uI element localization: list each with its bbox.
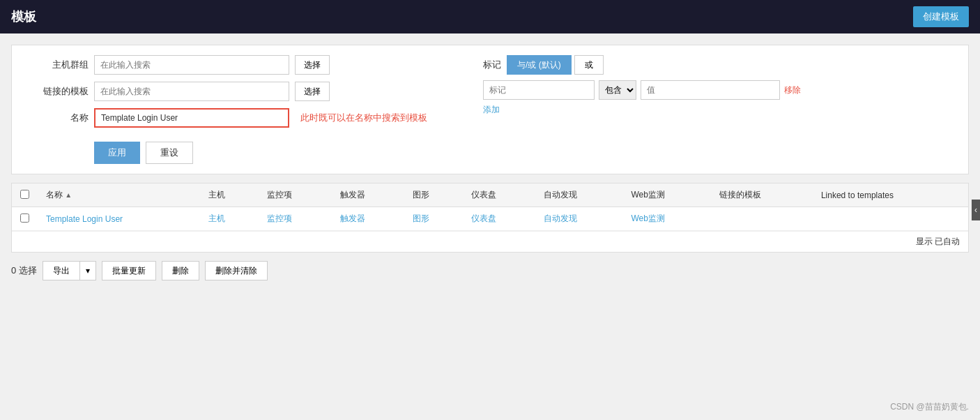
table-header-trigger: 触发器 bbox=[332, 183, 404, 207]
table-header-linked-to: Linked to templates bbox=[813, 183, 968, 207]
row-web-cell: Web监测 bbox=[622, 207, 710, 231]
delete-clear-button[interactable]: 删除并清除 bbox=[205, 261, 268, 280]
linked-template-input[interactable] bbox=[94, 82, 289, 101]
template-name-link[interactable]: Template Login User bbox=[46, 214, 123, 224]
table-header-monitoring: 监控项 bbox=[259, 183, 331, 207]
table-header-checkbox bbox=[12, 183, 38, 207]
select-all-checkbox[interactable] bbox=[20, 190, 29, 199]
action-row: 应用 重设 bbox=[94, 142, 954, 164]
host-group-select-button[interactable]: 选择 bbox=[295, 55, 330, 75]
table-row: Template Login User 主机 监控项 触发器 图形 bbox=[12, 207, 968, 231]
tag-section-label: 标记 bbox=[483, 59, 501, 71]
tag-value-input[interactable] bbox=[641, 80, 780, 100]
table-header-discovery: 自动发现 bbox=[535, 183, 622, 207]
row-trigger-cell: 触发器 bbox=[332, 207, 404, 231]
row-name-cell: Template Login User bbox=[38, 207, 200, 231]
host-group-row: 主机群组 选择 bbox=[26, 55, 427, 75]
table-container: 名称 ▲ 主机 监控项 触发器 图形 仪表盘 自动发现 Web监测 链接的模板 … bbox=[11, 183, 969, 253]
linked-template-label: 链接的模板 bbox=[26, 85, 89, 98]
discovery-link[interactable]: 自动发现 bbox=[544, 213, 577, 223]
table-header-row: 名称 ▲ 主机 监控项 触发器 图形 仪表盘 自动发现 Web监测 链接的模板 … bbox=[12, 183, 968, 207]
export-button[interactable]: 导出 bbox=[43, 261, 80, 280]
table-header-graph: 图形 bbox=[404, 183, 463, 207]
monitoring-link[interactable]: 监控项 bbox=[267, 213, 292, 223]
row-monitoring-cell: 监控项 bbox=[259, 207, 331, 231]
row-checkbox-cell bbox=[12, 207, 38, 231]
table-header-dashboard: 仪表盘 bbox=[463, 183, 535, 207]
row-graph-cell: 图形 bbox=[404, 207, 463, 231]
trigger-link[interactable]: 触发器 bbox=[340, 213, 365, 223]
name-label: 名称 bbox=[26, 112, 89, 124]
apply-button[interactable]: 应用 bbox=[94, 142, 140, 164]
data-table: 名称 ▲ 主机 监控项 触发器 图形 仪表盘 自动发现 Web监测 链接的模板 … bbox=[12, 183, 968, 231]
row-host-cell: 主机 bbox=[200, 207, 259, 231]
tag-section: 标记 与/或 (默认) 或 包含 移除 添加 bbox=[483, 55, 801, 116]
tag-or-button[interactable]: 或 bbox=[574, 55, 604, 75]
table-header-web: Web监测 bbox=[622, 183, 710, 207]
delete-button[interactable]: 删除 bbox=[162, 261, 199, 280]
row-discovery-cell: 自动发现 bbox=[535, 207, 622, 231]
tag-inputs-row: 包含 移除 bbox=[483, 80, 801, 100]
page-title: 模板 bbox=[11, 8, 36, 25]
selected-count: 0 选择 bbox=[11, 264, 37, 277]
table-header-linked: 链接的模板 bbox=[711, 183, 813, 207]
tag-and-or-group: 与/或 (默认) 或 bbox=[507, 55, 604, 75]
main-content: 主机群组 选择 链接的模板 选择 名称 此时既可以在名称中搜索到模板 bbox=[0, 33, 980, 292]
linked-template-row: 链接的模板 选择 bbox=[26, 82, 427, 101]
show-auto-text: 显示 已自动 bbox=[12, 231, 968, 252]
filter-box: 主机群组 选择 链接的模板 选择 名称 此时既可以在名称中搜索到模板 bbox=[11, 45, 969, 174]
table-header-name[interactable]: 名称 ▲ bbox=[38, 183, 200, 207]
row-checkbox[interactable] bbox=[20, 213, 29, 223]
dashboard-link[interactable]: 仪表盘 bbox=[471, 213, 496, 223]
tag-condition-select[interactable]: 包含 bbox=[599, 80, 636, 100]
row-linked-to-cell bbox=[813, 207, 968, 231]
sort-arrow-icon: ▲ bbox=[65, 191, 72, 199]
web-link[interactable]: Web监测 bbox=[631, 213, 664, 223]
name-row: 名称 此时既可以在名称中搜索到模板 bbox=[26, 108, 427, 128]
linked-template-select-button[interactable]: 选择 bbox=[295, 82, 330, 101]
host-group-input[interactable] bbox=[94, 55, 289, 75]
create-template-button[interactable]: 创建模板 bbox=[913, 6, 969, 27]
tag-add-link[interactable]: 添加 bbox=[483, 105, 500, 114]
annotation-text: 此时既可以在名称中搜索到模板 bbox=[300, 112, 427, 124]
tag-and-button[interactable]: 与/或 (默认) bbox=[507, 55, 572, 75]
table-header-host: 主机 bbox=[200, 183, 259, 207]
host-group-label: 主机群组 bbox=[26, 59, 89, 71]
host-link[interactable]: 主机 bbox=[208, 213, 225, 223]
sidebar-toggle-button[interactable]: ‹ bbox=[972, 200, 980, 220]
export-dropdown-arrow[interactable]: ▾ bbox=[80, 261, 96, 280]
name-input[interactable] bbox=[94, 108, 289, 128]
reset-button[interactable]: 重设 bbox=[146, 142, 193, 164]
header: 模板 创建模板 bbox=[0, 0, 980, 33]
bulk-update-button[interactable]: 批量更新 bbox=[102, 261, 156, 280]
export-btn-group: 导出 ▾ bbox=[43, 261, 96, 280]
bottom-bar: 0 选择 导出 ▾ 批量更新 删除 删除并清除 bbox=[11, 261, 969, 280]
row-dashboard-cell: 仪表盘 bbox=[463, 207, 535, 231]
row-linked-cell bbox=[711, 207, 813, 231]
tag-name-input[interactable] bbox=[483, 80, 595, 100]
graph-link[interactable]: 图形 bbox=[413, 213, 429, 223]
tag-remove-link[interactable]: 移除 bbox=[784, 84, 801, 96]
